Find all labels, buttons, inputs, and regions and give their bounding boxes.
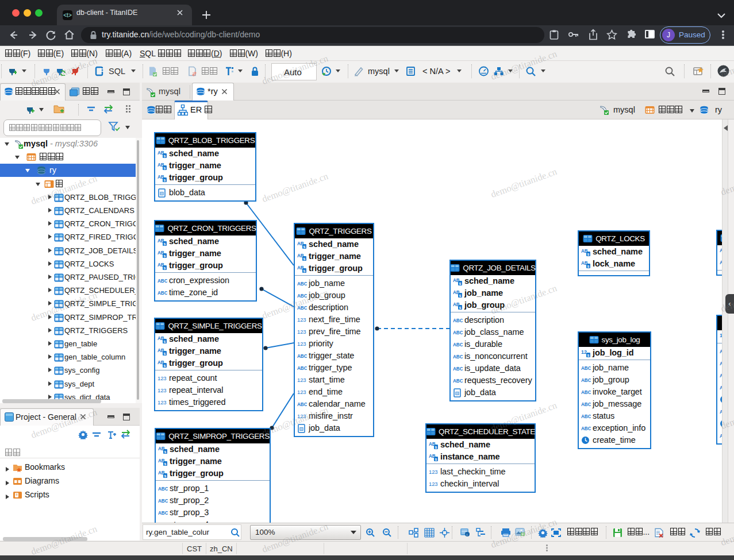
svg-text:s: s [164, 254, 166, 258]
svg-text:s: s [164, 242, 166, 246]
svg-text:ABC: ABC [581, 366, 591, 371]
svg-text:123: 123 [429, 481, 438, 487]
svg-text:s: s [587, 264, 590, 268]
svg-text:ABC: ABC [297, 281, 307, 287]
svg-text:123: 123 [157, 399, 167, 405]
svg-text:s: s [164, 474, 167, 478]
svg-text:ABC: ABC [297, 293, 307, 299]
svg-text:123: 123 [297, 341, 306, 347]
svg-text:ABC: ABC [453, 354, 463, 360]
svg-text:ABC: ABC [581, 402, 591, 407]
svg-text:i: i [467, 533, 467, 536]
svg-text:s: s [587, 252, 590, 256]
svg-text:s: s [587, 353, 590, 357]
svg-text:ABC: ABC [158, 486, 168, 492]
svg-text:123: 123 [157, 375, 167, 381]
svg-text:123: 123 [297, 316, 306, 323]
svg-text:s: s [435, 445, 437, 449]
svg-text:s: s [164, 154, 166, 158]
svg-text:s: s [164, 166, 166, 170]
svg-text:ABC: ABC [297, 366, 307, 371]
svg-text:ABC: ABC [453, 379, 463, 384]
svg-text:s: s [164, 352, 166, 356]
svg-text:ABC: ABC [297, 354, 307, 359]
svg-text:ABC: ABC [453, 330, 463, 335]
svg-text:s: s [164, 178, 166, 182]
svg-text:123: 123 [297, 329, 306, 335]
svg-text:ABC: ABC [297, 402, 307, 407]
svg-text:ABC: ABC [581, 414, 591, 419]
svg-text:s: s [303, 257, 306, 261]
svg-text:123: 123 [157, 387, 167, 393]
svg-text:s: s [459, 306, 462, 310]
svg-text:ABC: ABC [453, 366, 463, 372]
svg-text:s: s [164, 364, 166, 368]
svg-text:s: s [303, 245, 306, 249]
svg-text:s: s [164, 462, 167, 466]
svg-text:s: s [459, 281, 462, 285]
svg-text:ABC: ABC [158, 511, 168, 516]
svg-text:s: s [164, 450, 167, 454]
svg-text:ABC: ABC [581, 390, 591, 395]
svg-text:123: 123 [429, 469, 438, 475]
svg-text:s: s [303, 269, 306, 273]
svg-text:ABC: ABC [297, 306, 307, 311]
svg-text:s: s [164, 339, 166, 343]
svg-text:123: 123 [297, 377, 306, 383]
svg-text:ABC: ABC [158, 499, 168, 504]
svg-text:123: 123 [297, 413, 306, 419]
svg-text:ABC: ABC [157, 291, 167, 296]
svg-text:ABC: ABC [453, 318, 463, 323]
svg-text:ABC: ABC [581, 378, 591, 383]
svg-text:s: s [459, 293, 462, 298]
svg-text:s: s [435, 457, 437, 461]
svg-text:s: s [164, 266, 166, 270]
svg-text:12: 12 [581, 349, 587, 355]
svg-text:ABC: ABC [157, 279, 167, 284]
svg-text:ABC: ABC [581, 426, 591, 431]
svg-text:ABC: ABC [453, 342, 463, 347]
svg-text:123: 123 [297, 389, 306, 395]
